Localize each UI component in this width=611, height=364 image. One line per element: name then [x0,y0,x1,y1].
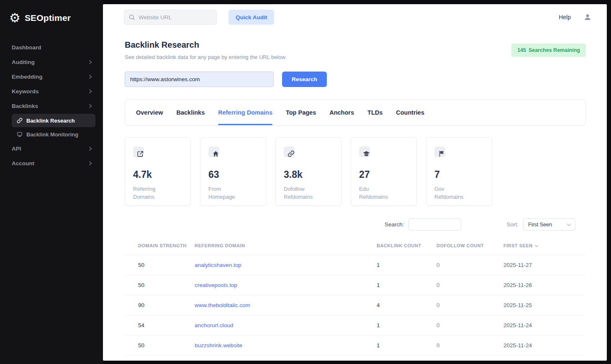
research-button[interactable]: Research [282,72,327,87]
stat-value: 7 [434,169,484,180]
backlink-count-cell: 1 [377,255,436,275]
sidebar-item-label: Backlink Monitoring [26,131,78,138]
sidebar-item-label: API [12,146,21,152]
header-first-seen-label: FIRST SEEN [503,243,533,248]
first-seen-cell: 2025-11-25 [503,295,586,315]
stat-label: Dofollow Refdomains [284,185,324,201]
referring-domain-cell: anchorurl.cloud [195,315,377,336]
referring-domain-cell: www.thebolditalic.com [195,295,377,315]
table-row: 50 creativeposts.top 1 0 2025-11-26 [125,275,586,295]
sidebar: ⚙ SEOptimer Dashboard Auditing Embedding… [0,0,103,364]
domain-link[interactable]: anchorurl.cloud [195,322,233,328]
sidebar-item-api[interactable]: API [8,141,95,156]
searches-remaining-count: 145 [517,47,526,53]
tab-backlinks[interactable]: Backlinks [177,100,205,125]
stat-icon-wrap [284,146,300,161]
tab-overview[interactable]: Overview [136,100,163,125]
sidebar-menu: Dashboard Auditing Embedding Keywords Ba… [0,40,103,171]
table-header-row: DOMAIN STRENGTH REFERRING DOMAIN BACKLIN… [125,241,586,255]
help-link[interactable]: Help [559,14,571,21]
gear-logo-icon: ⚙ [9,12,21,24]
user-menu-button[interactable] [583,13,592,21]
graduation-cap-icon [363,150,370,157]
topbar: Quick Audit Help [103,4,607,30]
chevron-right-icon [88,75,92,79]
domain-strength-cell: 50 [125,255,195,275]
sidebar-item-label: Embedding [12,74,43,80]
flag-icon [438,150,445,157]
quick-audit-button[interactable]: Quick Audit [228,10,274,25]
tabs-bar: Overview Backlinks Referring Domains Top… [125,100,586,126]
sort-dropdown-value: First Seen [528,222,552,228]
sort-direction-icon [535,244,538,247]
domain-link[interactable]: analyticshaven.top [195,262,241,268]
tab-tlds[interactable]: TLDs [367,100,383,125]
sidebar-item-keywords[interactable]: Keywords [8,84,95,99]
domain-strength-cell: 90 [125,295,195,315]
stat-card-from-homepage: 63 From Homepage [200,137,266,206]
sidebar-item-account[interactable]: Account [8,156,95,171]
first-seen-cell: 2025-11-26 [503,275,586,295]
backlink-count-cell: 1 [377,336,436,356]
sidebar-item-backlink-research[interactable]: Backlink Research [12,114,95,127]
search-icon [128,14,135,21]
stat-icon-wrap [133,146,150,161]
sidebar-item-label: Dashboard [12,44,41,51]
table-row: 50 analyticshaven.top 1 0 2025-11-27 [125,255,586,275]
stat-label: Referring Domains [133,185,173,201]
domain-link[interactable]: buzzshrink.website [195,342,242,349]
header-backlink-count[interactable]: BACKLINK COUNT [377,241,436,255]
header-first-seen[interactable]: FIRST SEEN [503,241,586,255]
referring-domain-cell: analyticshaven.top [195,255,377,275]
page-heading-group: Backlink Research See detailed backlink … [125,40,287,60]
searches-remaining-label: Searches Remaining [529,47,580,53]
sort-dropdown[interactable]: First Seen [523,218,575,231]
domain-strength-cell: 50 [125,275,195,295]
header-domain-strength[interactable]: DOMAIN STRENGTH [125,241,195,255]
sidebar-item-dashboard[interactable]: Dashboard [8,40,95,55]
dofollow-count-cell: 0 [436,295,503,315]
monitor-icon [17,131,23,137]
chevron-right-icon [88,90,92,94]
chevron-right-icon [88,147,92,151]
tab-referring-domains[interactable]: Referring Domains [218,100,272,125]
page-surface: Quick Audit Help Backlink Research See d… [103,4,607,361]
stat-card-edu-refdomains: 27 Edu Refdomains [351,137,417,206]
header-referring-domain[interactable]: REFERRING DOMAIN [195,241,377,255]
sidebar-item-label: Account [12,160,34,167]
dofollow-count-cell: 0 [436,315,503,336]
tab-top-pages[interactable]: Top Pages [286,100,316,125]
stat-icon-wrap [434,146,451,161]
header-dofollow-count[interactable]: DOFOLLOW COUNT [436,241,503,255]
table-search-input[interactable] [408,218,461,231]
sidebar-item-embedding[interactable]: Embedding [8,69,95,84]
dofollow-count-cell: 0 [436,275,503,295]
table-search-label: Search: [385,221,404,228]
table-controls: Search: Sort: First Seen [125,218,586,231]
stat-value: 3.8k [284,169,333,180]
tab-anchors[interactable]: Anchors [329,100,354,125]
research-url-input[interactable] [125,72,274,87]
chevron-right-icon [88,161,92,166]
tab-countries[interactable]: Countries [396,100,424,125]
main-column: Quick Audit Help Backlink Research See d… [103,0,611,364]
sidebar-item-auditing[interactable]: Auditing [8,55,95,69]
chevron-right-icon [88,60,92,64]
sidebar-item-backlink-monitoring[interactable]: Backlink Monitoring [12,128,95,141]
stat-icon-wrap [359,146,376,161]
stat-value: 4.7k [133,169,182,180]
sidebar-item-backlinks[interactable]: Backlinks [8,99,95,113]
domain-link[interactable]: www.thebolditalic.com [195,302,250,308]
chevron-down-icon [567,222,571,226]
sidebar-item-label: Backlinks [12,103,38,109]
website-url-input[interactable] [124,10,217,25]
user-icon [583,13,592,21]
dofollow-count-cell: 0 [436,255,503,275]
stat-label: Gov Refdomains [434,185,475,201]
referring-domains-table: DOMAIN STRENGTH REFERRING DOMAIN BACKLIN… [125,241,586,356]
referring-domain-cell: buzzshrink.website [195,336,377,356]
first-seen-cell: 2025-11-27 [503,255,586,275]
domain-link[interactable]: creativeposts.top [195,282,237,288]
app-logo[interactable]: ⚙ SEOptimer [0,6,103,28]
searches-remaining-badge: 145 Searches Remaining [511,44,586,57]
